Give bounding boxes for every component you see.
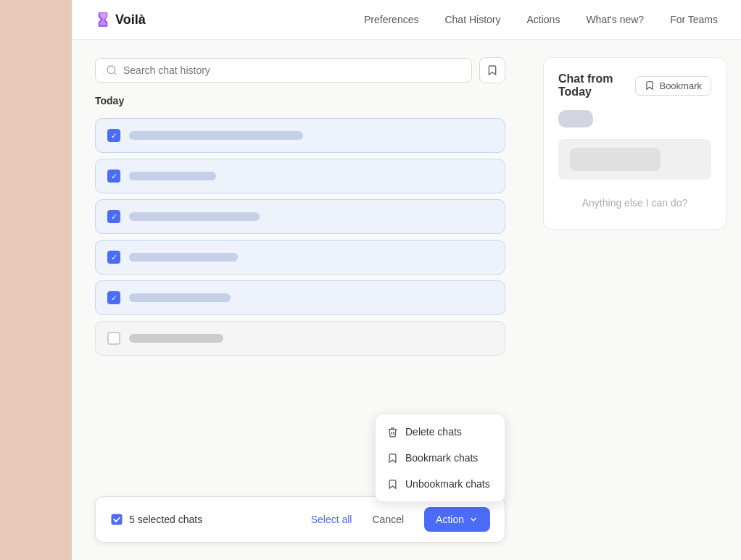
chat-item[interactable]: ✓ [95,240,505,275]
chat-text-placeholder [129,253,238,262]
bottom-action-bar: 5 selected chats Select all Cancel Actio… [95,496,505,543]
checkbox-indicator-icon [110,513,123,526]
message-block [558,139,711,180]
message-placeholder [570,148,661,171]
checkbox-5[interactable]: ✓ [107,291,120,304]
checkbox-1[interactable]: ✓ [107,129,120,142]
chat-preview-card: Chat from Today Bookmark Anything else I… [543,57,726,230]
chat-bubble-placeholder [558,110,593,128]
chat-item[interactable]: ✓ [95,199,505,234]
bookmark-outline-icon [387,479,398,490]
select-all-button[interactable]: Select all [311,514,352,525]
chat-text-placeholder [129,172,216,180]
cancel-button[interactable]: Cancel [363,508,413,531]
trash-icon [387,427,398,438]
action-button[interactable]: Action [424,507,490,532]
chat-item[interactable]: ✓ [95,159,505,193]
bookmark-preview-button[interactable]: Bookmark [635,76,711,96]
dropdown-unbookmark-label: Unbookmark chats [405,478,490,490]
chat-item[interactable]: ✓ [95,280,505,315]
chat-text-placeholder [129,212,260,221]
chevron-down-icon [468,514,479,525]
selected-count: 5 selected chats [129,514,202,525]
checkbox-2[interactable]: ✓ [107,170,120,183]
nav-links: Preferences Chat History Actions What's … [364,14,718,25]
search-input[interactable] [123,64,461,76]
section-today: Today [95,95,505,106]
check-icon: ✓ [111,172,117,180]
dropdown-delete-label: Delete chats [405,426,462,438]
check-icon: ✓ [111,294,117,302]
left-panel: Today ✓ ✓ [72,40,529,560]
app-container: Voilà Preferences Chat History Actions W… [72,0,741,560]
logo-text: Voilà [115,12,146,28]
nav-for-teams[interactable]: For Teams [670,14,718,25]
check-icon: ✓ [111,254,117,262]
bookmark-icon [487,64,498,76]
selected-indicator: 5 selected chats [110,513,202,526]
svg-point-0 [107,66,115,74]
header: Voilà Preferences Chat History Actions W… [72,0,741,40]
checkbox-3[interactable]: ✓ [107,210,120,223]
chat-text-placeholder [129,334,223,343]
nav-actions[interactable]: Actions [526,14,560,25]
search-bar [95,57,505,83]
search-icon [106,64,117,76]
chat-preview-title: Chat from Today [558,72,635,99]
chat-text-placeholder [129,131,303,140]
chat-text-placeholder [129,293,231,302]
check-icon: ✓ [111,132,117,140]
logo-icon [95,12,111,28]
dropdown-bookmark-chats[interactable]: Bookmark chats [376,445,505,471]
right-panel: Chat from Today Bookmark Anything else I… [529,40,741,560]
dropdown-bookmark-label: Bookmark chats [405,452,478,464]
content-area: Today ✓ ✓ [72,40,741,560]
bookmark-icon [387,453,398,464]
anything-text: Anything else I can do? [558,191,711,214]
nav-preferences[interactable]: Preferences [364,14,418,25]
dropdown-delete-chats[interactable]: Delete chats [376,419,505,445]
logo: Voilà [95,12,146,28]
action-dropdown: Delete chats Bookmark chats Unbookmark c… [375,414,505,502]
bookmark-filter-button[interactable] [479,57,505,83]
chat-list: ✓ ✓ ✓ [95,118,505,356]
search-input-wrapper [95,58,472,83]
dropdown-unbookmark-chats[interactable]: Unbookmark chats [376,471,505,497]
checkbox-4[interactable]: ✓ [107,251,120,264]
chat-preview-header: Chat from Today Bookmark [558,72,711,99]
action-button-label: Action [436,514,464,525]
check-icon: ✓ [111,213,117,221]
checkbox-6[interactable] [107,332,120,345]
nav-whats-new[interactable]: What's new? [586,14,644,25]
nav-chat-history[interactable]: Chat History [444,14,500,25]
bookmark-preview-icon [645,80,655,91]
chat-item[interactable] [95,321,505,356]
chat-item[interactable]: ✓ [95,118,505,153]
bookmark-preview-label: Bookmark [659,80,702,91]
svg-rect-1 [112,514,123,525]
